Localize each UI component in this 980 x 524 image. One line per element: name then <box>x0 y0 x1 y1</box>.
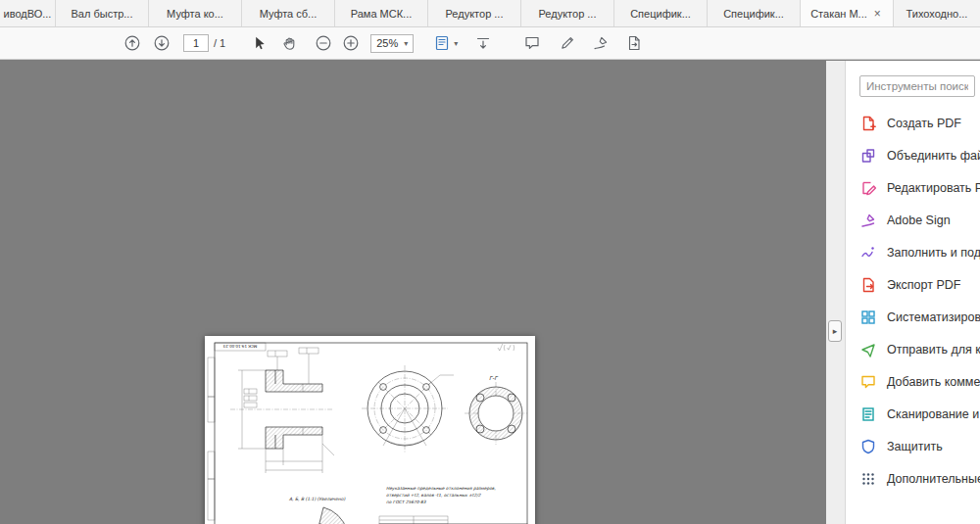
page-display-dropdown[interactable]: ▾ <box>433 33 458 53</box>
detail-label: А, Б, В (1:1) (Увеличено) <box>289 497 345 501</box>
tools-panel: Создать PDF Объединить файлы Редактирова… <box>845 61 980 524</box>
tab-reduktor-1[interactable]: Редуктор ... <box>428 0 521 26</box>
tool-item-label: Объединить файлы <box>887 149 980 163</box>
send-review-icon <box>859 341 877 358</box>
tab-specifik-2[interactable]: Специфик... <box>708 0 801 26</box>
sign-tool-icon[interactable] <box>591 33 611 53</box>
tool-item-label: Дополнительные инструменты <box>887 472 980 486</box>
add-comment-icon <box>859 373 877 391</box>
export-pdf-icon <box>859 276 877 294</box>
tool-item-scan-ocr[interactable]: Сканирование и распознавание <box>859 398 980 430</box>
tool-item-export-pdf[interactable]: Экспорт PDF <box>859 268 980 301</box>
tool-item-create-pdf[interactable]: Создать PDF <box>859 107 980 139</box>
tab-rama-msk[interactable]: Рама МСК... <box>335 0 428 26</box>
organize-pages-icon <box>859 309 877 326</box>
comment-tool-icon[interactable] <box>522 33 542 53</box>
protect-shield-icon <box>859 438 877 455</box>
tool-item-edit-pdf[interactable]: Редактировать PDF <box>859 171 980 204</box>
panel-collapse-button[interactable]: ▸ <box>828 320 842 342</box>
tool-item-send-review[interactable]: Отправить для комментирования <box>859 333 980 365</box>
scroll-mode-icon[interactable] <box>473 33 493 53</box>
hand-tool-icon[interactable] <box>280 33 300 53</box>
tab-specifik-1[interactable]: Специфик... <box>614 0 708 26</box>
tool-item-label: Добавить комментарий <box>887 375 980 389</box>
notes-line-2: отверстий +t2, валов -t1, остальных ±t2/… <box>386 493 481 498</box>
notes-line-1: Неуказанные предельные отклонения размер… <box>386 486 496 491</box>
select-tool-icon[interactable] <box>249 33 269 53</box>
tool-item-combine-files[interactable]: Объединить файлы <box>859 139 980 171</box>
tab-privod[interactable]: иводВО... <box>0 0 56 26</box>
notes-line-3: по ГОСТ 25670-83 <box>386 500 426 504</box>
document-canvas[interactable]: МСК 19.10.00.23 <box>0 61 826 524</box>
tool-item-label: Сканирование и распознавание <box>887 407 980 421</box>
acrobat-window: иводВО... Вал быстр... Муфта ко... Муфта… <box>0 0 980 524</box>
pdf-page[interactable]: МСК 19.10.00.23 <box>205 336 535 524</box>
zoom-out-icon[interactable] <box>314 33 333 53</box>
page-number-input[interactable] <box>183 34 209 52</box>
chevron-down-icon: ▾ <box>404 39 408 48</box>
zoom-in-icon[interactable] <box>341 33 361 53</box>
tool-item-label: Защитить <box>887 440 943 453</box>
scan-ocr-icon <box>859 405 877 423</box>
create-pdf-icon <box>859 115 877 132</box>
tab-mufta-sb[interactable]: Муфта сб... <box>242 0 335 26</box>
more-tools-icon <box>859 470 877 488</box>
tool-item-add-comment[interactable]: Добавить комментарий <box>859 365 980 398</box>
tool-item-organize-pages[interactable]: Систематизировать страницы <box>859 301 980 333</box>
collapse-arrow-icon: ▸ <box>833 326 838 336</box>
chevron-down-icon: ▾ <box>454 39 458 48</box>
tool-item-label: Заполнить и подписать <box>887 246 980 260</box>
tab-tikhokhodno[interactable]: Тихоходно... <box>894 0 980 26</box>
tool-item-protect[interactable]: Защитить <box>859 430 980 462</box>
tool-item-label: Редактировать PDF <box>887 181 980 195</box>
tools-search-input[interactable] <box>859 75 975 97</box>
panel-rail <box>826 61 845 524</box>
edit-pdf-icon <box>859 179 877 197</box>
tool-item-label: Создать PDF <box>887 117 961 130</box>
tool-item-label: Экспорт PDF <box>887 278 960 292</box>
tool-item-label: Adobe Sign <box>887 214 951 227</box>
page-flip-tool-icon[interactable] <box>624 33 644 53</box>
next-page-icon[interactable] <box>152 33 172 53</box>
tool-item-label: Систематизировать страницы <box>887 310 980 324</box>
tab-mufta-ko[interactable]: Муфта ко... <box>149 0 242 26</box>
page-count-label: / 1 <box>214 37 225 49</box>
tab-bar: иводВО... Вал быстр... Муфта ко... Муфта… <box>0 0 980 27</box>
tab-reduktor-2[interactable]: Редуктор ... <box>521 0 614 26</box>
doc-number-top-stamp: МСК 19.10.00.23 <box>222 344 257 349</box>
close-icon[interactable]: × <box>872 8 883 20</box>
adobe-sign-icon <box>859 212 877 229</box>
engineering-drawing: МСК 19.10.00.23 <box>205 336 535 524</box>
tool-item-fill-sign[interactable]: Заполнить и подписать <box>859 236 980 268</box>
section-label: Г-Г <box>489 375 499 381</box>
combine-files-icon <box>859 147 877 165</box>
tools-list: Создать PDF Объединить файлы Редактирова… <box>846 107 980 495</box>
tab-stakan-active[interactable]: Стакан М... × <box>801 0 894 26</box>
zoom-level-dropdown[interactable]: 25% ▾ <box>370 34 414 53</box>
fill-sign-icon <box>859 244 877 262</box>
highlight-tool-icon[interactable] <box>558 33 577 53</box>
tool-item-adobe-sign[interactable]: Adobe Sign <box>859 204 980 236</box>
previous-page-icon[interactable] <box>122 33 142 53</box>
tool-item-label: Отправить для комментирования <box>887 343 980 357</box>
tab-val-bystr[interactable]: Вал быстр... <box>56 0 149 26</box>
main-toolbar: / 1 25% ▾ ▾ <box>0 27 980 60</box>
tool-item-more-tools[interactable]: Дополнительные инструменты <box>859 462 980 495</box>
